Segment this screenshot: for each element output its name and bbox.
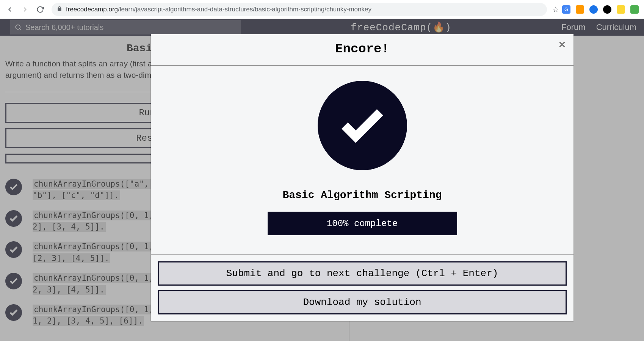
bookmark-star-icon[interactable]: ☆ — [552, 5, 559, 14]
close-icon[interactable]: ✕ — [558, 39, 566, 50]
modal-header: Encore! ✕ — [151, 34, 573, 66]
progress-bar: 100% complete — [268, 212, 457, 235]
extension-icon[interactable] — [576, 5, 584, 14]
reload-button[interactable] — [34, 3, 46, 16]
download-solution-button[interactable]: Download my solution — [158, 290, 567, 314]
url-text: freecodecamp.org/learn/javascript-algori… — [66, 6, 371, 13]
modal-title: Encore! — [151, 42, 573, 56]
forward-button[interactable] — [19, 3, 31, 16]
submit-next-button[interactable]: Submit and go to next challenge (Ctrl + … — [158, 261, 567, 286]
success-check-icon — [318, 81, 407, 170]
completion-modal: Encore! ✕ Basic Algorithm Scripting 100%… — [151, 34, 573, 321]
address-bar[interactable]: freecodecamp.org/learn/javascript-algori… — [52, 3, 547, 16]
extension-icon[interactable] — [589, 5, 598, 14]
extension-icons: G — [562, 5, 640, 14]
modal-footer: Submit and go to next challenge (Ctrl + … — [151, 254, 573, 321]
modal-body: Basic Algorithm Scripting 100% complete — [151, 66, 573, 254]
extension-icon[interactable] — [603, 5, 611, 14]
extension-icon[interactable] — [617, 5, 625, 14]
modal-subtitle: Basic Algorithm Scripting — [282, 189, 442, 201]
extension-icon[interactable] — [630, 5, 639, 14]
extension-icon[interactable]: G — [562, 5, 570, 14]
back-button[interactable] — [4, 3, 16, 16]
browser-toolbar: freecodecamp.org/learn/javascript-algori… — [0, 0, 644, 19]
lock-icon — [57, 6, 62, 13]
